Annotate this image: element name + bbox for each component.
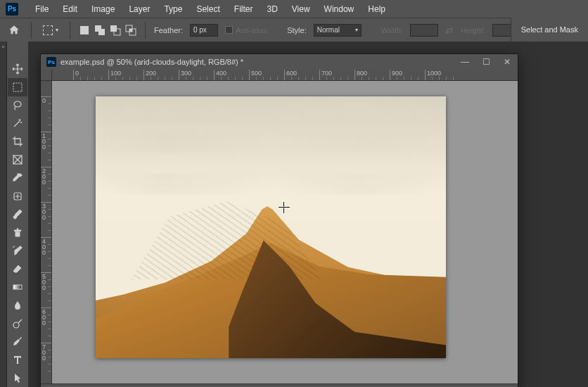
svg-rect-7	[129, 29, 132, 32]
width-label: Width:	[381, 26, 403, 34]
menu-layer[interactable]: Layer	[122, 1, 157, 17]
eyedropper-tool[interactable]	[8, 169, 27, 187]
minimize-button[interactable]: —	[454, 54, 475, 70]
selection-new-icon[interactable]	[79, 25, 90, 36]
menu-window[interactable]: Window	[317, 1, 362, 17]
selection-mode-group	[79, 25, 136, 36]
gradient-tool[interactable]	[8, 278, 27, 296]
selection-add-icon[interactable]	[94, 25, 106, 36]
app-logo: Ps	[6, 3, 18, 15]
menu-filter[interactable]: Filter	[227, 1, 260, 17]
document-title: example.psd @ 50% (arid-clouds-daylight,…	[60, 58, 243, 66]
ruler-vertical[interactable]: 0100200300400500600700	[41, 81, 52, 383]
workspace: Ps example.psd @ 50% (arid-clouds-daylig…	[28, 42, 588, 387]
svg-rect-8	[13, 83, 22, 91]
antialias-label: Anti-alias	[236, 26, 267, 34]
rect-marquee-tool[interactable]	[8, 78, 27, 96]
menu-file[interactable]: File	[28, 1, 56, 17]
maximize-button[interactable]: ☐	[475, 54, 497, 70]
expand-chevron-icon: »	[1, 44, 4, 50]
canvas[interactable]	[96, 96, 446, 358]
status-bar: 50% Doc: 2.15M/8.69M ▶	[41, 383, 518, 387]
healing-brush-tool[interactable]	[8, 187, 27, 205]
menu-image[interactable]: Image	[84, 1, 122, 17]
antialias-checkbox	[225, 26, 233, 34]
clone-stamp-tool[interactable]	[8, 223, 27, 241]
home-icon[interactable]	[6, 22, 23, 39]
history-brush-tool[interactable]	[8, 241, 27, 260]
crop-tool[interactable]	[8, 132, 27, 151]
document-titlebar[interactable]: Ps example.psd @ 50% (arid-clouds-daylig…	[41, 54, 518, 70]
svg-rect-2	[98, 29, 105, 35]
swap-dimensions-icon: ⇄	[445, 25, 454, 36]
menu-view[interactable]: View	[285, 1, 317, 17]
menubar: Ps FileEditImageLayerTypeSelectFilter3DV…	[0, 0, 588, 18]
tools-panel	[7, 42, 28, 387]
menu-type[interactable]: Type	[157, 1, 189, 17]
menu-edit[interactable]: Edit	[56, 1, 84, 17]
height-label: Height:	[461, 26, 485, 34]
lasso-tool[interactable]	[8, 96, 27, 115]
path-select-tool[interactable]	[8, 369, 27, 387]
svg-rect-0	[80, 26, 89, 34]
selection-subtract-icon[interactable]	[110, 25, 121, 36]
menu-help[interactable]: Help	[361, 1, 392, 17]
svg-rect-11	[13, 285, 22, 289]
select-and-mask-button[interactable]: Select and Mask	[511, 18, 588, 42]
document-icon: Ps	[46, 57, 56, 67]
pen-tool[interactable]	[8, 332, 27, 350]
menu-3d[interactable]: 3D	[260, 1, 284, 17]
document-window: Ps example.psd @ 50% (arid-clouds-daylig…	[40, 53, 518, 387]
options-bar: ▾ Feather: 0 px Anti-alias Style: Normal…	[0, 18, 588, 42]
frame-tool[interactable]	[8, 151, 27, 169]
brush-tool[interactable]	[8, 205, 27, 224]
ruler-origin[interactable]	[41, 70, 52, 81]
dodge-tool[interactable]	[8, 315, 27, 333]
expand-toolbar-strip[interactable]: »	[0, 42, 7, 387]
selection-intersect-icon[interactable]	[125, 25, 136, 36]
feather-input[interactable]: 0 px	[190, 24, 218, 37]
magic-wand-tool[interactable]	[8, 114, 27, 132]
canvas-area[interactable]	[52, 81, 518, 383]
style-label: Style:	[287, 26, 307, 34]
feather-label: Feather:	[154, 26, 183, 34]
menu-select[interactable]: Select	[189, 1, 226, 17]
eraser-tool[interactable]	[8, 260, 27, 278]
svg-point-13	[13, 322, 19, 328]
width-input	[410, 24, 438, 37]
marquee-shape-dropdown[interactable]: ▾	[40, 24, 61, 37]
move-tool[interactable]	[8, 60, 27, 78]
blur-tool[interactable]	[8, 296, 27, 315]
type-tool[interactable]	[8, 350, 27, 369]
ruler-horizontal[interactable]: 01002003004005006007008009001000	[52, 70, 518, 81]
close-button[interactable]: ✕	[497, 54, 518, 70]
style-select[interactable]: Normal▾	[314, 24, 362, 37]
